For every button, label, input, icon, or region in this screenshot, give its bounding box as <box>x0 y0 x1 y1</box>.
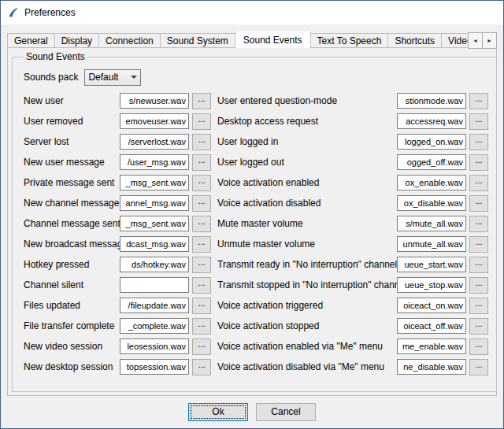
sound-file-input[interactable] <box>120 359 189 375</box>
sound-event-label: Mute master volume <box>217 218 397 229</box>
tab-scroll-right-icon[interactable]: ► <box>482 32 497 49</box>
sound-event-label: Transmit stopped in "No interruption" ch… <box>217 279 397 290</box>
sound-events-groupbox: Sound Events Sounds pack Default New use… <box>12 51 497 392</box>
chevron-down-icon <box>128 70 140 85</box>
tab-display[interactable]: Display <box>54 33 99 48</box>
ok-button[interactable]: Ok <box>188 403 248 421</box>
browse-button[interactable]: ... <box>192 154 211 171</box>
tab-strip-items: GeneralDisplayConnectionSound SystemSoun… <box>7 31 497 48</box>
sound-file-input[interactable] <box>397 113 466 129</box>
preferences-window: Preferences GeneralDisplayConnectionSoun… <box>0 0 504 429</box>
sounds-pack-label: Sounds pack <box>24 72 78 83</box>
sound-file-input[interactable] <box>397 298 466 313</box>
sound-event-row: Voice activation enabled ... <box>217 172 488 193</box>
browse-button[interactable]: ... <box>192 298 211 314</box>
browse-button[interactable]: ... <box>192 134 211 150</box>
browse-button[interactable]: ... <box>469 93 488 109</box>
browse-button[interactable]: ... <box>192 338 211 355</box>
sound-file-input[interactable] <box>120 154 189 170</box>
sound-event-row: Server lost ... <box>24 131 211 152</box>
tab-shortcuts[interactable]: Shortcuts <box>387 33 442 48</box>
browse-button[interactable]: ... <box>469 318 488 335</box>
browse-button[interactable]: ... <box>192 318 211 335</box>
browse-button[interactable]: ... <box>469 338 488 355</box>
sound-events-column-left: New user ... User removed ... Server los… <box>24 91 211 377</box>
browse-button[interactable]: ... <box>469 175 488 191</box>
cancel-button[interactable]: Cancel <box>256 403 316 421</box>
browse-button[interactable]: ... <box>469 257 488 273</box>
sound-event-label: Desktop access request <box>217 116 397 127</box>
sounds-pack-select[interactable]: Default <box>84 69 141 86</box>
browse-button[interactable]: ... <box>192 113 211 130</box>
sound-event-label: Private message sent <box>24 177 120 188</box>
sound-file-input[interactable] <box>397 93 466 109</box>
tab-connection[interactable]: Connection <box>98 33 161 48</box>
sound-event-row: File transfer complete ... <box>24 316 211 336</box>
dialog-button-row: Ok Cancel <box>1 398 503 425</box>
tab-sound-events[interactable]: Sound Events <box>235 31 311 48</box>
sound-file-input[interactable] <box>120 216 189 231</box>
sound-event-row: Channel silent ... <box>24 275 211 295</box>
sound-file-input[interactable] <box>120 236 189 252</box>
sound-file-input[interactable] <box>397 338 466 354</box>
sound-events-tab-page: Sound Events Sounds pack Default New use… <box>7 47 497 396</box>
sound-file-input[interactable] <box>397 318 466 334</box>
browse-button[interactable]: ... <box>192 277 211 294</box>
sound-event-label: Voice activation disabled via "Me" menu <box>217 361 397 372</box>
sound-event-row: Files updated ... <box>24 295 211 316</box>
browse-button[interactable]: ... <box>469 277 488 294</box>
browse-button[interactable]: ... <box>192 359 211 375</box>
sound-file-input[interactable] <box>120 277 189 293</box>
sound-file-input[interactable] <box>120 195 189 211</box>
browse-button[interactable]: ... <box>469 216 488 232</box>
sound-event-label: Voice activation enabled via "Me" menu <box>217 341 397 352</box>
browse-button[interactable]: ... <box>469 195 488 212</box>
sound-event-row: Voice activation stopped ... <box>217 316 488 336</box>
sound-file-input[interactable] <box>120 257 189 272</box>
groupbox-title: Sound Events <box>24 51 87 62</box>
browse-button[interactable]: ... <box>192 257 211 273</box>
tab-text-to-speech[interactable]: Text To Speech <box>310 33 389 48</box>
browse-button[interactable]: ... <box>469 154 488 171</box>
sound-file-input[interactable] <box>120 175 189 190</box>
tab-sound-system[interactable]: Sound System <box>160 33 235 48</box>
sound-file-input[interactable] <box>397 154 466 170</box>
browse-button[interactable]: ... <box>192 236 211 253</box>
browse-button[interactable]: ... <box>469 359 488 375</box>
sound-event-label: Unmute master volume <box>217 239 397 250</box>
sound-event-label: New channel message <box>24 198 120 209</box>
browse-button[interactable]: ... <box>469 134 488 150</box>
browse-button[interactable]: ... <box>192 195 211 212</box>
tab-scroll-left-icon[interactable]: ◄ <box>468 32 483 49</box>
sound-file-input[interactable] <box>397 195 466 211</box>
browse-button[interactable]: ... <box>469 236 488 253</box>
sound-file-input[interactable] <box>120 134 189 150</box>
sound-file-input[interactable] <box>397 257 466 272</box>
titlebar[interactable]: Preferences <box>1 1 503 24</box>
browse-button[interactable]: ... <box>469 113 488 130</box>
sound-event-row: User logged in ... <box>217 131 488 152</box>
sound-file-input[interactable] <box>397 359 466 375</box>
sound-file-input[interactable] <box>397 216 466 231</box>
sound-file-input[interactable] <box>397 134 466 150</box>
sound-file-input[interactable] <box>120 93 189 109</box>
sound-event-row: New broadcast message ... <box>24 234 211 254</box>
sound-file-input[interactable] <box>120 298 189 313</box>
sound-event-row: Voice activation disabled via "Me" menu … <box>217 357 488 377</box>
browse-button[interactable]: ... <box>192 93 211 109</box>
browse-button[interactable]: ... <box>192 216 211 232</box>
sound-file-input[interactable] <box>120 338 189 354</box>
browse-button[interactable]: ... <box>192 175 211 191</box>
sound-file-input[interactable] <box>397 236 466 252</box>
app-icon <box>7 6 20 19</box>
sound-file-input[interactable] <box>397 277 466 293</box>
sound-event-label: Voice activation stopped <box>217 320 397 331</box>
tab-general[interactable]: General <box>7 33 55 48</box>
browse-button[interactable]: ... <box>469 298 488 314</box>
sound-file-input[interactable] <box>120 318 189 334</box>
sound-file-input[interactable] <box>397 175 466 190</box>
sound-event-columns: New user ... User removed ... Server los… <box>24 91 488 377</box>
sound-event-row: Voice activation disabled ... <box>217 193 488 213</box>
sound-event-row: Transmit stopped in "No interruption" ch… <box>217 275 488 295</box>
sound-file-input[interactable] <box>120 113 189 129</box>
